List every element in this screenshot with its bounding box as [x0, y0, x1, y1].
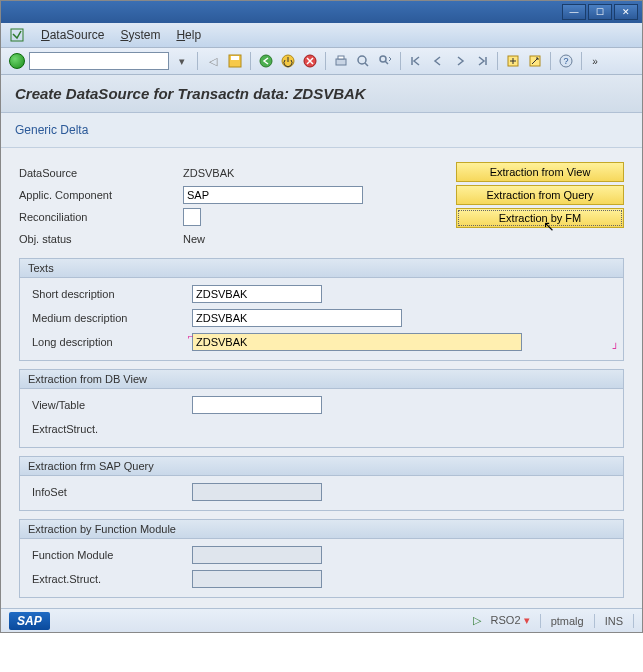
save-icon[interactable] [226, 52, 244, 70]
label-long-desc: Long description [28, 336, 192, 348]
svg-point-3 [260, 55, 272, 67]
new-session-icon[interactable] [504, 52, 522, 70]
input-medium-desc[interactable] [192, 309, 402, 327]
label-datasource: DataSource [19, 167, 183, 179]
label-extract-struct-fm: Extract.Struct. [28, 573, 192, 585]
group-header-function-module: Extraction by Function Module [20, 520, 623, 539]
subheader-link[interactable]: Generic Delta [1, 113, 642, 148]
help-icon[interactable]: ? [557, 52, 575, 70]
minimize-button[interactable]: — [562, 4, 586, 20]
label-applic-component: Applic. Component [19, 189, 183, 201]
value-obj-status: New [183, 233, 444, 245]
btn-extraction-by-fm[interactable]: Extraction by FM ↖ [456, 208, 624, 228]
enter-button[interactable] [9, 53, 25, 69]
find-icon[interactable] [354, 52, 372, 70]
group-function-module: Extraction by Function Module Function M… [19, 519, 624, 598]
group-header-db-view: Extraction from DB View [20, 370, 623, 389]
input-long-desc[interactable] [192, 333, 522, 351]
toolbar-expand-icon[interactable]: » [588, 52, 602, 70]
shortcut-icon[interactable] [526, 52, 544, 70]
group-header-texts: Texts [20, 259, 623, 278]
btn-extraction-from-query[interactable]: Extraction from Query [456, 185, 624, 205]
label-view-table: View/Table [28, 399, 192, 411]
titlebar: — ☐ ✕ [1, 1, 642, 23]
command-field[interactable] [29, 52, 169, 70]
label-medium-desc: Medium description [28, 312, 192, 324]
status-nav-icon[interactable]: ▷ [473, 614, 481, 627]
sap-logo: SAP [9, 612, 50, 630]
svg-line-9 [365, 63, 368, 66]
back-icon[interactable]: ◁ [204, 52, 222, 70]
svg-rect-0 [11, 29, 23, 41]
svg-line-11 [385, 61, 388, 64]
toolbar: ▾ ◁ ? » [1, 48, 642, 75]
label-obj-status: Obj. status [19, 233, 183, 245]
status-insert-mode: INS [605, 615, 623, 627]
label-short-desc: Short description [28, 288, 192, 300]
field-focus-corner: ┘ [613, 343, 619, 353]
group-texts: Texts Short description Medium descripti… [19, 258, 624, 361]
value-datasource: ZDSVBAK [183, 167, 444, 179]
content-area: Create DataSource for Transactn data: ZD… [1, 75, 642, 608]
svg-rect-6 [336, 59, 346, 65]
print-icon[interactable] [332, 52, 350, 70]
group-sap-query: Extraction frm SAP Query InfoSet [19, 456, 624, 511]
status-user: ptmalg [551, 615, 584, 627]
btn-extraction-from-view[interactable]: Extraction from View [456, 162, 624, 182]
menu-context-icon[interactable] [9, 27, 25, 43]
cancel-icon[interactable] [301, 52, 319, 70]
svg-point-8 [358, 56, 366, 64]
btn-extraction-by-fm-label: Extraction by FM [499, 212, 582, 224]
input-infoset [192, 483, 322, 501]
first-page-icon[interactable] [407, 52, 425, 70]
input-extract-struct-fm [192, 570, 322, 588]
label-reconciliation: Reconciliation [19, 211, 183, 223]
menu-datasource[interactable]: DataSource [41, 28, 104, 42]
svg-text:?: ? [563, 56, 568, 66]
exit-icon[interactable] [279, 52, 297, 70]
statusbar: SAP ▷ RSO2 ▾ ptmalg INS [1, 608, 642, 632]
label-extractstruct-dbview: ExtractStruct. [28, 423, 192, 435]
next-page-icon[interactable] [451, 52, 469, 70]
find-next-icon[interactable] [376, 52, 394, 70]
label-function-module: Function Module [28, 549, 192, 561]
input-function-module [192, 546, 322, 564]
status-tcode: RSO2 ▾ [491, 614, 530, 627]
menubar: DataSource System Help [1, 23, 642, 48]
group-header-sap-query: Extraction frm SAP Query [20, 457, 623, 476]
group-db-view: Extraction from DB View View/Table Extra… [19, 369, 624, 448]
menu-system[interactable]: System [120, 28, 160, 42]
svg-rect-7 [338, 56, 344, 59]
input-view-table[interactable] [192, 396, 322, 414]
page-title: Create DataSource for Transactn data: ZD… [1, 75, 642, 113]
sap-window: — ☐ ✕ DataSource System Help ▾ ◁ [0, 0, 643, 633]
menu-help[interactable]: Help [176, 28, 201, 42]
maximize-button[interactable]: ☐ [588, 4, 612, 20]
input-reconciliation[interactable] [183, 208, 201, 226]
field-focus-corner: ⌐ [188, 331, 193, 341]
label-infoset: InfoSet [28, 486, 192, 498]
close-button[interactable]: ✕ [614, 4, 638, 20]
nav-back-icon[interactable] [257, 52, 275, 70]
input-short-desc[interactable] [192, 285, 322, 303]
input-applic-component[interactable] [183, 186, 363, 204]
last-page-icon[interactable] [473, 52, 491, 70]
dropdown-icon[interactable]: ▾ [173, 52, 191, 70]
svg-rect-2 [231, 56, 239, 60]
prev-page-icon[interactable] [429, 52, 447, 70]
